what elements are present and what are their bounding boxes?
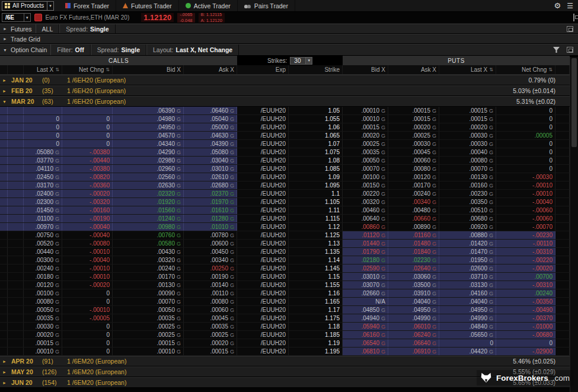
put-last-cell[interactable]: .05650G [439,331,496,339]
call-ask-cell[interactable]: .04390G [184,140,237,148]
call-netchng-cell[interactable]: 0 [62,331,113,339]
call-last-cell[interactable]: .00300G [24,256,62,264]
put-bid-cell[interactable]: .00050G [343,157,388,164]
call-netchng-cell[interactable]: -.00020 [62,190,113,197]
put-netchng-cell[interactable]: .00700 [496,273,555,281]
futures-all-tab[interactable]: ALL [36,24,60,33]
put-last-header[interactable]: Last X⇅ [439,65,496,74]
put-last-cell[interactable]: .00510G [439,206,496,214]
call-bid-cell[interactable]: .00070G [113,298,184,305]
call-netchng-cell[interactable]: 0 [62,132,113,139]
strike-cell[interactable]: 1.19 [289,339,343,347]
put-last-cell[interactable]: .01420G [439,240,496,247]
put-netchng-cell[interactable]: -.00680 [496,331,555,339]
put-ask-cell[interactable]: .00890G [388,223,439,231]
call-last-cell[interactable]: .00030G [24,323,62,330]
call-netchng-cell[interactable]: 0 [62,348,113,355]
put-netchng-cell[interactable]: -.00310 [496,281,555,289]
call-netchng-cell[interactable]: -.00010 [62,306,113,314]
call-bid-cell[interactable]: .00320G [113,256,184,264]
strike-cell[interactable]: 1.075 [289,148,343,156]
exp-header[interactable]: Exp [237,65,289,74]
call-bid-cell[interactable]: .01560G [113,206,184,214]
call-last-cell[interactable]: .00520G [24,240,62,247]
call-bid-cell[interactable]: .04950G [113,123,184,131]
put-bid-cell[interactable]: .06810G [343,348,388,355]
put-last-cell[interactable]: .00015G [439,107,496,114]
put-netchng-cell[interactable]: -.00060 [496,215,555,222]
strike-cell[interactable]: 1.135 [289,248,343,256]
call-bid-cell[interactable]: .00015G [113,339,184,347]
put-bid-cell[interactable]: .00025G [343,140,388,148]
strike-cell[interactable]: 1.055 [289,115,343,123]
put-netchng-cell[interactable]: -.00060 [496,206,555,214]
put-last-cell[interactable]: .00080G [439,157,496,164]
put-netchng-cell[interactable]: -.00110 [496,240,555,247]
put-bid-cell[interactable]: .00035G [343,148,388,156]
put-bid-cell[interactable]: .04850G [343,306,388,314]
call-ask-cell[interactable]: .01280G [184,215,237,222]
call-ask-cell[interactable]: .00250G [184,264,237,272]
call-ask-cell[interactable]: .00045G [184,314,237,322]
put-last-cell[interactable]: .00040G [439,148,496,156]
call-last-cell[interactable]: 0 [24,132,62,139]
collapsed-arrow-icon[interactable]: ► [3,27,11,31]
call-netchng-cell[interactable]: 0 [62,123,113,131]
call-ask-cell[interactable]: .00190G [184,273,237,281]
put-netchng-cell[interactable]: -.00070 [496,223,555,231]
popout-icon[interactable] [567,26,573,32]
call-bid-cell[interactable]: .02960G [113,165,184,173]
put-netchng-cell[interactable]: 0 [496,157,555,164]
put-bid-cell[interactable]: .02660G [343,289,388,297]
call-last-cell[interactable]: .00240G [24,264,62,272]
put-netchng-cell[interactable]: 0 [496,140,555,148]
put-last-cell[interactable]: .04160G [439,289,496,297]
put-netchng-cell[interactable]: -.00010 [496,181,555,189]
put-bid-cell[interactable]: .01790G [343,248,388,256]
put-bid-cell[interactable]: .01440G [343,240,388,247]
put-last-cell[interactable]: .00880G [439,231,496,239]
call-last-cell[interactable]: .00080G [24,298,62,305]
strike-cell[interactable]: 1.085 [289,165,343,173]
call-bid-cell[interactable]: .04290G [113,148,184,156]
call-ask-cell[interactable]: .02610G [184,173,237,181]
put-ask-cell[interactable]: .00015G [388,115,439,123]
call-last-cell[interactable]: .00970G [24,223,62,231]
call-netchng-cell[interactable]: -.00040 [62,256,113,264]
call-netchng-cell[interactable]: -.00440 [62,157,113,164]
put-ask-cell[interactable]: .02640G [388,264,439,272]
call-last-cell[interactable]: .00180G [24,273,62,281]
put-last-cell[interactable]: .02600G [439,264,496,272]
tab-active-trader[interactable]: Active Trader [179,0,238,11]
call-ask-cell[interactable]: .00110G [184,289,237,297]
collapsed-arrow-icon[interactable]: ► [3,37,11,41]
put-bid-cell[interactable]: .00220G [343,190,388,197]
call-netchng-cell[interactable]: -.00360 [62,181,113,189]
put-netchng-cell[interactable]: .00240 [496,289,555,297]
put-netchng-cell[interactable]: -.00310 [496,248,555,256]
strike-cell[interactable]: 1.08 [289,157,343,164]
call-netchng-cell[interactable]: 0 [62,298,113,305]
call-bid-cell[interactable]: .00240G [113,264,184,272]
call-netchng-cell[interactable]: -.00040 [62,231,113,239]
call-last-cell[interactable]: .04110G [24,165,62,173]
put-last-cell[interactable]: .00350G [439,198,496,206]
call-last-cell[interactable]: .01450G [24,206,62,214]
put-bid-cell[interactable]: .00320G [343,198,388,206]
put-bid-cell[interactable]: .06540G [343,339,388,347]
strike-cell[interactable]: 1.105 [289,198,343,206]
put-last-cell[interactable]: .03130G [439,281,496,289]
put-ask-cell[interactable]: .06910G [388,348,439,355]
all-products-button[interactable]: All Products ▾ [2,1,54,11]
put-ask-cell[interactable]: .04990G [388,314,439,322]
put-bid-cell[interactable]: .00015G [343,123,388,131]
put-bid-cell[interactable]: .00020G [343,132,388,139]
put-ask-cell[interactable]: .04950G [388,306,439,314]
call-last-cell[interactable]: 0 [24,115,62,123]
put-bid-cell[interactable]: .03070G [343,281,388,289]
put-ask-cell[interactable]: .04040G [388,298,439,305]
popout-icon[interactable] [567,47,573,53]
put-ask-cell[interactable]: .00045G [388,148,439,156]
call-bid-cell[interactable]: .02980G [113,157,184,164]
call-netchng-cell[interactable]: 0 [62,140,113,148]
